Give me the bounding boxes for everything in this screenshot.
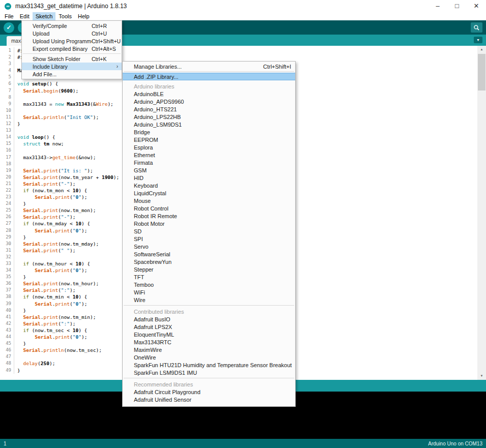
scroll-up-icon[interactable]: ▲ bbox=[477, 46, 486, 53]
line-number: 47 bbox=[0, 353, 14, 360]
line-number: 6 bbox=[0, 80, 14, 87]
code-text: delay(250); bbox=[17, 360, 55, 367]
library-item-esplora[interactable]: Esplora bbox=[123, 144, 295, 152]
sketch-menu: Verify/CompileCtrl+RUploadCtrl+UUpload U… bbox=[21, 20, 122, 79]
line-number: 26 bbox=[0, 214, 14, 220]
code-text: if (now.tm_hour < 10) { bbox=[17, 260, 90, 267]
library-item-wire[interactable]: Wire bbox=[123, 296, 295, 304]
library-item-adafruit-lps2x[interactable]: Adafruit LPS2X bbox=[123, 323, 295, 331]
menu-item-shortcut: Ctrl+Shift+U bbox=[92, 38, 121, 44]
window-controls: – □ ✕ bbox=[428, 0, 486, 12]
library-item-robot-control[interactable]: Robot Control bbox=[123, 205, 295, 213]
code-text: Serial.print(now.tm_min); bbox=[17, 314, 96, 320]
sketch-menu-item-add-file[interactable]: Add File... bbox=[22, 70, 122, 78]
library-item-eloquenttinyml[interactable]: EloquentTinyML bbox=[123, 331, 295, 339]
library-item-sd[interactable]: SD bbox=[123, 228, 295, 235]
library-item-arduino-hts221[interactable]: Arduino_HTS221 bbox=[123, 106, 295, 113]
line-number: 14 bbox=[0, 134, 14, 140]
menu-item-label: Upload Using Programmer bbox=[33, 38, 92, 44]
scrollbar-thumb[interactable] bbox=[478, 54, 485, 91]
line-number: 15 bbox=[0, 140, 14, 147]
library-item-bridge[interactable]: Bridge bbox=[123, 129, 295, 136]
library-item-eeprom[interactable]: EEPROM bbox=[123, 136, 295, 144]
line-number: 33 bbox=[0, 260, 14, 267]
serial-monitor-button[interactable] bbox=[471, 22, 482, 33]
tab-dropdown-button[interactable]: ▼ bbox=[474, 37, 482, 43]
library-item-spi[interactable]: SPI bbox=[123, 235, 295, 243]
menubar-item-file[interactable]: File bbox=[2, 12, 17, 20]
library-item-adafruit-busio[interactable]: Adafruit BusIO bbox=[123, 316, 295, 323]
submenu-item-manage-libraries[interactable]: Manage Libraries...Ctrl+Shift+I bbox=[123, 63, 295, 70]
serial-monitor-icon bbox=[473, 24, 480, 31]
library-item-mouse[interactable]: Mouse bbox=[123, 197, 295, 205]
library-item-robot-motor[interactable]: Robot Motor bbox=[123, 220, 295, 228]
library-item-max31343rtc[interactable]: Max31343RTC bbox=[123, 339, 295, 346]
library-item-arduino-lps22hb[interactable]: Arduino_LPS22HB bbox=[123, 113, 295, 121]
menu-item-shortcut: Ctrl+Alt+S bbox=[92, 46, 116, 52]
code-text: Serial.print(" "); bbox=[17, 247, 75, 254]
include-library-submenu: Manage Libraries...Ctrl+Shift+IAdd .ZIP … bbox=[122, 61, 296, 407]
library-item-maximwire[interactable]: MaximWire bbox=[123, 346, 295, 354]
scroll-down-icon[interactable]: ▼ bbox=[477, 372, 486, 380]
code-text: void setup() { bbox=[17, 80, 58, 87]
library-item-onewire[interactable]: OneWire bbox=[123, 354, 295, 362]
library-item-sparkfun-htu21d-humidity-and-temperature-sensor-breakout[interactable]: SparkFun HTU21D Humidity and Temperature… bbox=[123, 362, 295, 369]
library-item-adafruit-unified-sensor[interactable]: Adafruit Unified Sensor bbox=[123, 396, 295, 404]
menubar-item-help[interactable]: Help bbox=[75, 12, 93, 20]
library-item-wifi[interactable]: WiFi bbox=[123, 289, 295, 296]
code-text: Serial.print("0"); bbox=[17, 227, 87, 234]
line-number: 12 bbox=[0, 121, 14, 127]
library-item-adafruit-circuit-playground[interactable]: Adafruit Circuit Playground bbox=[123, 389, 295, 396]
code-text: } bbox=[17, 274, 26, 280]
submenu-item-add-zip-library[interactable]: Add .ZIP Library... bbox=[123, 73, 295, 80]
vertical-scrollbar[interactable]: ▲ ▼ bbox=[477, 46, 486, 380]
line-number: 25 bbox=[0, 207, 14, 214]
code-text: } bbox=[17, 121, 20, 127]
library-item-servo[interactable]: Servo bbox=[123, 243, 295, 251]
line-number: 9 bbox=[0, 101, 14, 107]
sketch-menu-item-upload[interactable]: UploadCtrl+U bbox=[22, 29, 122, 37]
library-item-sparkfun-lsm9ds1-imu[interactable]: SparkFun LSM9DS1 IMU bbox=[123, 369, 295, 377]
line-number: 20 bbox=[0, 174, 14, 181]
library-item-liquidcrystal[interactable]: LiquidCrystal bbox=[123, 190, 295, 197]
line-number: 37 bbox=[0, 287, 14, 293]
library-item-ethernet[interactable]: Ethernet bbox=[123, 152, 295, 159]
sketch-menu-item-upload-using-programmer[interactable]: Upload Using ProgrammerCtrl+Shift+U bbox=[22, 37, 122, 45]
sketch-menu-item-include-library[interactable]: Include Library› bbox=[22, 63, 122, 70]
line-number: 49 bbox=[0, 367, 14, 374]
library-item-temboo[interactable]: Temboo bbox=[123, 281, 295, 289]
library-item-keyboard[interactable]: Keyboard bbox=[123, 182, 295, 190]
code-text: } bbox=[17, 234, 26, 241]
library-item-arduinoble[interactable]: ArduinoBLE bbox=[123, 91, 295, 98]
line-number: 22 bbox=[0, 187, 14, 194]
sketch-menu-item-show-sketch-folder[interactable]: Show Sketch FolderCtrl+K bbox=[22, 55, 122, 63]
library-item-arduino-lsm9ds1[interactable]: Arduino_LSM9DS1 bbox=[123, 121, 295, 129]
library-item-softwareserial[interactable]: SoftwareSerial bbox=[123, 251, 295, 258]
menubar-item-tools[interactable]: Tools bbox=[55, 12, 75, 20]
close-icon[interactable]: ✕ bbox=[467, 0, 486, 12]
line-number: 39 bbox=[0, 301, 14, 307]
sketch-menu-item-export-compiled-binary[interactable]: Export compiled BinaryCtrl+Alt+S bbox=[22, 45, 122, 52]
menubar-item-sketch[interactable]: Sketch bbox=[33, 12, 56, 20]
line-number: 18 bbox=[0, 161, 14, 167]
library-item-tft[interactable]: TFT bbox=[123, 274, 295, 281]
library-item-firmata[interactable]: Firmata bbox=[123, 159, 295, 167]
library-item-hid[interactable]: HID bbox=[123, 174, 295, 182]
library-item-robot-ir-remote[interactable]: Robot IR Remote bbox=[123, 213, 295, 220]
library-item-arduino-apds9960[interactable]: Arduino_APDS9960 bbox=[123, 98, 295, 106]
library-item-gsm[interactable]: GSM bbox=[123, 167, 295, 174]
code-text: Serial.begin(9600); bbox=[17, 87, 78, 94]
sketch-menu-item-verify-compile[interactable]: Verify/CompileCtrl+R bbox=[22, 22, 122, 29]
code-text: Serial.print("-"); bbox=[17, 214, 75, 220]
verify-button[interactable]: ✓ bbox=[4, 22, 14, 33]
library-item-spacebrewyun[interactable]: SpacebrewYun bbox=[123, 258, 295, 266]
arduino-window: ∞ max31343_get_datetime | Arduino 1.8.13… bbox=[0, 0, 486, 448]
menubar-item-edit[interactable]: Edit bbox=[17, 12, 33, 20]
menu-item-shortcut: Ctrl+U bbox=[92, 31, 107, 37]
maximize-icon[interactable]: □ bbox=[447, 0, 467, 12]
line-number: 23 bbox=[0, 194, 14, 200]
line-number: 8 bbox=[0, 94, 14, 101]
library-item-stepper[interactable]: Stepper bbox=[123, 266, 295, 274]
minimize-icon[interactable]: – bbox=[428, 0, 447, 12]
line-number: 13 bbox=[0, 127, 14, 134]
